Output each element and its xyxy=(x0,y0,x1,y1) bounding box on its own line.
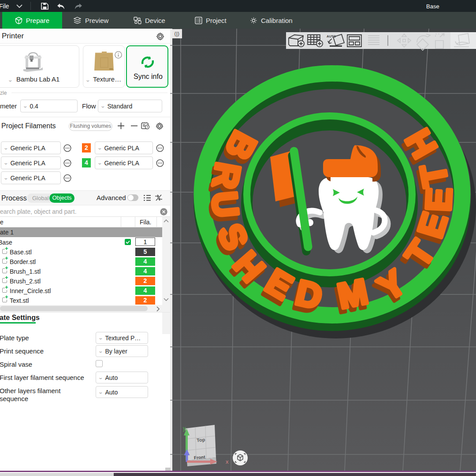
svg-text:Front: Front xyxy=(194,454,206,460)
svg-text:y: y xyxy=(183,425,186,431)
svg-text:Top: Top xyxy=(197,437,206,443)
svg-text:AUTO: AUTO xyxy=(327,34,336,38)
svg-text:x: x xyxy=(226,458,229,465)
svg-text:U: U xyxy=(205,190,246,219)
svg-text:⟨|⟩: ⟨|⟩ xyxy=(174,31,179,37)
svg-text:E: E xyxy=(419,187,459,212)
